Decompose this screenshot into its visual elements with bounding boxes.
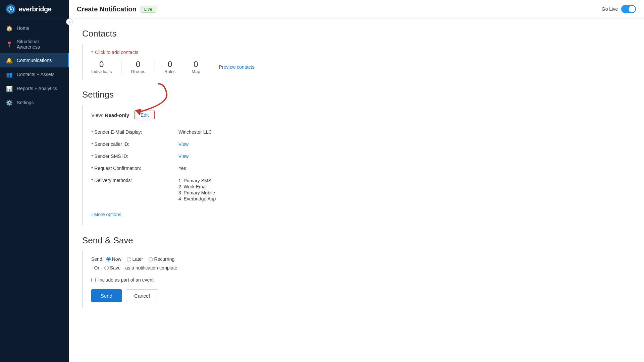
- sidebar-collapse-button[interactable]: «: [66, 18, 73, 25]
- radio-later-input[interactable]: [127, 257, 131, 261]
- home-icon: 🏠: [6, 25, 13, 32]
- more-options-link[interactable]: › More options: [91, 209, 623, 220]
- everbridge-logo-icon: [5, 4, 16, 14]
- sidebar-item-communications[interactable]: 🔔 Communications: [0, 53, 69, 67]
- toggle-knob: [629, 6, 635, 12]
- chevron-right-icon: ›: [91, 212, 93, 217]
- sidebar-item-home[interactable]: 🏠 Home: [0, 21, 69, 35]
- send-button[interactable]: Send: [91, 289, 122, 302]
- topbar-left: Create Notification Live: [77, 5, 156, 13]
- settings-card: View: Read-only Edit * Sender E-Mail Dis…: [82, 105, 631, 225]
- svg-point-1: [10, 8, 12, 10]
- topbar-right: Go Live: [602, 5, 636, 13]
- sidebar-item-label-reports-analytics: Reports + Analytics: [17, 86, 57, 91]
- preview-contacts-link[interactable]: Preview contacts: [219, 64, 255, 70]
- view-label: View: Read-only: [91, 112, 129, 118]
- stat-divider-1: [121, 60, 121, 74]
- stat-individuals-number: 0: [91, 60, 112, 69]
- situational-awareness-icon: 📍: [6, 41, 13, 48]
- view-label-text: View:: [91, 112, 103, 118]
- field-sender-sms-value[interactable]: View: [178, 154, 189, 159]
- cancel-button[interactable]: Cancel: [126, 289, 158, 302]
- stat-divider-2: [155, 60, 155, 74]
- field-sender-email-label: * Sender E-Mail Display:: [91, 129, 178, 135]
- send-options-row: Send: Now Later Recurring: [91, 256, 623, 262]
- sidebar-item-label-situational-awareness: Situational Awareness: [17, 39, 63, 50]
- delivery-item-4: 4 Everbridge App: [178, 196, 216, 202]
- settings-section-title: Settings: [82, 89, 631, 100]
- stat-rules-label: Rules: [164, 69, 175, 74]
- stat-map-number: 0: [192, 60, 200, 69]
- radio-later-label: Later: [132, 256, 143, 262]
- sidebar-item-label-communications: Communications: [17, 58, 52, 63]
- stat-groups-label: Groups: [131, 69, 145, 74]
- delivery-methods-list: 1 Primary SMS 2 Work Email 3 Primary Mob…: [178, 178, 216, 202]
- contacts-add-label[interactable]: Click to add contacts: [95, 50, 138, 55]
- go-live-toggle[interactable]: [621, 5, 636, 13]
- radio-save-input[interactable]: [104, 266, 109, 270]
- sidebar-item-situational-awareness[interactable]: 📍 Situational Awareness: [0, 35, 69, 53]
- sidebar-item-label-settings: Settings: [17, 100, 34, 105]
- sidebar-item-reports-analytics[interactable]: 📊 Reports + Analytics: [0, 81, 69, 96]
- stat-groups[interactable]: 0 Groups: [123, 60, 153, 74]
- field-confirmation-value: Yes: [178, 166, 186, 171]
- page-title: Create Notification: [77, 5, 137, 13]
- action-buttons: Send Cancel: [91, 289, 623, 302]
- as-template-text: as a notification template: [125, 265, 177, 270]
- settings-edit-button[interactable]: Edit: [135, 111, 155, 119]
- field-delivery-label: * Delivery methods:: [91, 178, 178, 183]
- field-sender-email-value: Winchester LLC: [178, 129, 212, 135]
- topbar: Create Notification Live Go Live: [69, 0, 644, 18]
- contacts-stats: 0 Individuals 0 Groups 0 Rules 0: [91, 60, 208, 74]
- sidebar-item-settings[interactable]: ⚙️ Settings: [0, 96, 69, 110]
- radio-recurring-input[interactable]: [149, 257, 153, 261]
- delivery-item-2: 2 Work Email: [178, 184, 216, 190]
- more-options-text: More options: [94, 212, 121, 217]
- sidebar-item-contacts-assets[interactable]: 👥 Contacts + Assets: [0, 67, 69, 81]
- radio-later[interactable]: Later: [127, 256, 143, 262]
- field-sender-email: * Sender E-Mail Display: Winchester LLC: [91, 126, 623, 138]
- field-delivery: * Delivery methods: 1 Primary SMS 2 Work…: [91, 174, 623, 205]
- stat-rules[interactable]: 0 Rules: [156, 60, 183, 74]
- settings-icon: ⚙️: [6, 99, 13, 106]
- include-event-row: Include as part of an event: [91, 277, 623, 283]
- main-content: Create Notification Live Go Live Contact…: [69, 0, 644, 362]
- stat-individuals[interactable]: 0 Individuals: [91, 60, 120, 74]
- field-sender-sms-label: * Sender SMS ID:: [91, 154, 178, 159]
- communications-icon: 🔔: [6, 57, 13, 64]
- settings-header: View: Read-only Edit: [91, 111, 623, 119]
- delivery-item-3: 3 Primary Mobile: [178, 190, 216, 196]
- logo-container: everbridge: [0, 0, 69, 18]
- send-label: Send:: [91, 256, 104, 262]
- or-label: - Or -: [91, 265, 102, 270]
- field-confirmation: * Request Confirmation: Yes: [91, 162, 623, 174]
- delivery-item-1: 1 Primary SMS: [178, 178, 216, 184]
- send-save-card: Send: Now Later Recurring - Or -: [82, 251, 631, 308]
- sidebar-item-label-contacts-assets: Contacts + Assets: [17, 72, 54, 77]
- radio-recurring[interactable]: Recurring: [149, 256, 175, 262]
- radio-now-input[interactable]: [106, 257, 111, 261]
- logo-text: everbridge: [19, 5, 51, 13]
- include-event-checkbox[interactable]: [91, 278, 96, 282]
- radio-now-label: Now: [112, 256, 121, 262]
- include-event-label: Include as part of an event: [98, 277, 154, 283]
- go-live-label: Go Live: [602, 6, 618, 12]
- contacts-card: * Click to add contacts 0 Individuals 0 …: [82, 44, 631, 79]
- field-sender-callerid-value[interactable]: View: [178, 141, 189, 147]
- radio-recurring-label: Recurring: [154, 256, 175, 262]
- contacts-required-label: * Click to add contacts: [91, 50, 623, 55]
- send-save-section-title: Send & Save: [82, 235, 631, 246]
- content-area: Contacts * Click to add contacts 0 Indiv…: [69, 18, 644, 362]
- field-sender-sms: * Sender SMS ID: View: [91, 150, 623, 162]
- stat-rules-number: 0: [164, 60, 175, 69]
- radio-save[interactable]: Save: [104, 265, 121, 270]
- sidebar-item-label-home: Home: [17, 25, 29, 31]
- field-confirmation-label: * Request Confirmation:: [91, 166, 178, 171]
- sidebar: everbridge « 🏠 Home 📍 Situational Awaren…: [0, 0, 69, 362]
- required-star: *: [91, 50, 93, 55]
- stat-map[interactable]: 0 Map: [183, 60, 208, 74]
- radio-now[interactable]: Now: [106, 256, 121, 262]
- stat-individuals-label: Individuals: [91, 69, 112, 74]
- view-mode-text: Read-only: [105, 112, 129, 118]
- contacts-stats-row: 0 Individuals 0 Groups 0 Rules 0: [91, 60, 623, 74]
